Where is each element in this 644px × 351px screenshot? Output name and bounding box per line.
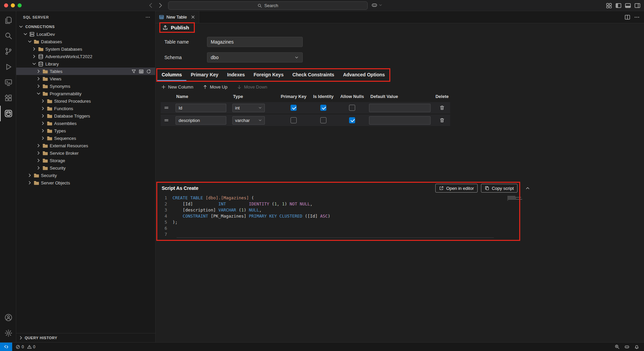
designer-tab-indexes[interactable]: Indexes bbox=[223, 69, 249, 81]
designer-tab-advanced-options[interactable]: Advanced Options bbox=[339, 69, 389, 81]
maximize-window-button[interactable] bbox=[18, 3, 22, 7]
tree-item-library[interactable]: Library bbox=[16, 60, 155, 68]
tree-item-connections[interactable]: CONNECTIONS bbox=[16, 23, 155, 30]
customize-layout-icon[interactable] bbox=[606, 2, 612, 9]
query-history-section[interactable]: QUERY HISTORY bbox=[16, 333, 155, 342]
tree-item-synonyms[interactable]: Synonyms bbox=[16, 82, 155, 90]
tree-item-system-databases[interactable]: System Databases bbox=[16, 45, 155, 53]
tree-item-functions[interactable]: Functions bbox=[16, 105, 155, 112]
arrow-down-icon bbox=[237, 84, 242, 90]
chevron-right-icon bbox=[40, 128, 46, 133]
publish-button[interactable]: Publish bbox=[162, 25, 189, 30]
column-type-select[interactable]: int bbox=[232, 104, 265, 112]
default-value-input[interactable] bbox=[369, 104, 431, 112]
minimize-window-button[interactable] bbox=[11, 3, 15, 7]
tree-item-external-resources[interactable]: External Resources bbox=[16, 142, 155, 149]
designer-tab-primary-key[interactable]: Primary Key bbox=[186, 69, 223, 81]
activity-explorer[interactable] bbox=[0, 12, 16, 28]
maximize-panel-icon[interactable] bbox=[525, 185, 530, 191]
is-identity-checkbox[interactable] bbox=[320, 117, 326, 123]
tree-item-service-broker[interactable]: Service Broker bbox=[16, 149, 155, 157]
minimap[interactable] bbox=[507, 196, 523, 203]
table-name-input[interactable] bbox=[207, 37, 303, 47]
activity-remote[interactable] bbox=[0, 75, 16, 90]
activity-source-control[interactable] bbox=[0, 44, 16, 59]
open-in-editor-button[interactable]: Open in editor bbox=[435, 184, 478, 193]
columns-toolbar: New Column Move Up Move Down bbox=[161, 84, 644, 90]
more-actions-icon[interactable] bbox=[145, 15, 151, 20]
is-identity-checkbox[interactable] bbox=[320, 105, 326, 111]
zoom-icon[interactable] bbox=[615, 344, 620, 349]
tree-item-adventureworkslt2022[interactable]: AdventureWorksLT2022 bbox=[16, 53, 155, 60]
tree-item-databases[interactable]: Databases bbox=[16, 38, 155, 45]
tree-item-security[interactable]: Security bbox=[16, 172, 155, 179]
tree-item-types[interactable]: Types bbox=[16, 127, 155, 134]
new-column-label: New Column bbox=[168, 84, 193, 90]
tree-item-programmability[interactable]: Programmability bbox=[16, 90, 155, 97]
tab-new-table[interactable]: New Table bbox=[156, 11, 199, 23]
tree-item-localdev[interactable]: LocalDev bbox=[16, 30, 155, 38]
toggle-sidebar-icon[interactable] bbox=[615, 2, 622, 9]
new-column-button[interactable]: New Column bbox=[161, 84, 193, 90]
close-window-button[interactable] bbox=[4, 3, 8, 7]
script-actions: Open in editor Copy script bbox=[435, 184, 518, 193]
navigate-forward-icon[interactable] bbox=[157, 2, 164, 9]
copy-script-button[interactable]: Copy script bbox=[481, 184, 518, 193]
close-tab-icon[interactable] bbox=[190, 15, 196, 20]
column-type-select[interactable]: varchar bbox=[232, 116, 265, 125]
activity-extensions[interactable] bbox=[0, 90, 16, 106]
drag-handle-icon bbox=[164, 105, 169, 110]
activity-mssql[interactable] bbox=[0, 106, 16, 121]
column-header-primary-key: Primary Key bbox=[278, 94, 309, 99]
move-up-button[interactable]: Move Up bbox=[203, 84, 227, 90]
activity-settings[interactable] bbox=[0, 325, 16, 341]
line-number: 4 bbox=[156, 213, 172, 219]
delete-column-button[interactable] bbox=[434, 105, 450, 110]
tree-item-sequences[interactable]: Sequences bbox=[16, 134, 155, 142]
notifications-bell-icon[interactable] bbox=[634, 344, 639, 349]
tree-item-security[interactable]: Security bbox=[16, 164, 155, 172]
drag-handle[interactable] bbox=[161, 105, 172, 110]
column-name-input[interactable] bbox=[176, 116, 226, 125]
designer-tab-foreign-keys[interactable]: Foreign Keys bbox=[249, 69, 288, 81]
delete-column-button[interactable] bbox=[434, 118, 450, 123]
default-value-input[interactable] bbox=[369, 116, 431, 125]
split-editor-icon[interactable] bbox=[624, 14, 630, 20]
activity-search[interactable] bbox=[0, 28, 16, 44]
remote-indicator[interactable] bbox=[0, 343, 12, 351]
column-name-input[interactable] bbox=[176, 104, 226, 112]
tree-item-tables[interactable]: Tables bbox=[16, 68, 155, 75]
allow-nulls-checkbox[interactable] bbox=[349, 105, 355, 111]
tree-item-database-triggers[interactable]: Database Triggers bbox=[16, 112, 155, 120]
copilot-status-icon[interactable] bbox=[624, 344, 629, 349]
tree-item-storage[interactable]: Storage bbox=[16, 157, 155, 164]
filter-icon[interactable] bbox=[131, 69, 136, 74]
navigate-back-icon[interactable] bbox=[147, 2, 154, 9]
toggle-secondary-sidebar-icon[interactable] bbox=[634, 2, 641, 9]
tree-item-views[interactable]: Views bbox=[16, 75, 155, 82]
tree-item-assemblies[interactable]: Assemblies bbox=[16, 120, 155, 127]
schema-select[interactable]: dbo bbox=[207, 52, 303, 62]
search-icon bbox=[4, 32, 13, 40]
grid-small-icon[interactable] bbox=[139, 69, 144, 74]
drag-handle[interactable] bbox=[161, 118, 172, 123]
designer-tab-check-constraints[interactable]: Check Constraints bbox=[288, 69, 339, 81]
tree-item-stored-procedures[interactable]: Stored Procedures bbox=[16, 97, 155, 105]
toggle-panel-icon[interactable] bbox=[625, 2, 631, 9]
copilot-menu[interactable] bbox=[371, 2, 383, 8]
primary-key-checkbox[interactable] bbox=[291, 105, 297, 111]
chevron-right-icon bbox=[36, 165, 41, 171]
refresh-icon[interactable] bbox=[146, 69, 151, 74]
activity-debug[interactable] bbox=[0, 59, 16, 75]
designer-tab-columns[interactable]: Columns bbox=[157, 69, 186, 81]
script-as-create-tab[interactable]: Script As Create bbox=[162, 185, 198, 191]
activity-account[interactable] bbox=[0, 310, 16, 325]
open-external-icon bbox=[439, 186, 444, 191]
tree-item-server-objects[interactable]: Server Objects bbox=[16, 179, 155, 186]
more-actions-icon[interactable] bbox=[634, 14, 640, 20]
primary-key-checkbox[interactable] bbox=[291, 117, 297, 123]
allow-nulls-checkbox[interactable] bbox=[349, 117, 355, 123]
command-center-search[interactable]: Search bbox=[168, 1, 368, 10]
script-editor[interactable]: 1CREATE TABLE [dbo].[Magazines] (2 [Id] … bbox=[156, 194, 644, 238]
problems-indicator[interactable]: 0 0 bbox=[12, 345, 40, 349]
